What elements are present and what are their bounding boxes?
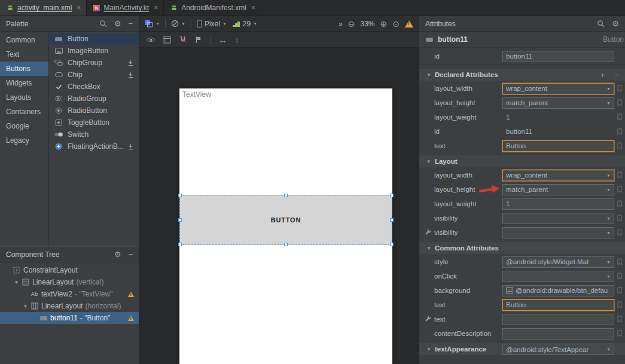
chevron-down-icon[interactable]: ▼ bbox=[22, 304, 29, 309]
palette-item-radiobutton[interactable]: RadioButton bbox=[49, 105, 139, 117]
zoom-to-fit-button[interactable]: ⊙ bbox=[392, 20, 400, 28]
bookmark-icon[interactable] bbox=[617, 301, 622, 308]
palette-item-switch[interactable]: Switch bbox=[49, 129, 139, 140]
attr-value-field[interactable]: Button bbox=[502, 299, 614, 311]
toolbar-overflow[interactable]: » bbox=[339, 20, 343, 28]
palette-category-common[interactable]: Common bbox=[0, 33, 48, 47]
attr-value-field[interactable]: @android:style/TextAppear▼ bbox=[502, 344, 614, 355]
tree-item-linearlayout[interactable]: ▼LinearLayout(vertical) bbox=[0, 276, 139, 288]
zoom-in-button[interactable]: ⊕ bbox=[380, 20, 388, 28]
chevron-down-icon[interactable]: ▼ bbox=[606, 216, 611, 221]
close-icon[interactable]: × bbox=[154, 4, 158, 12]
attr-value-field[interactable]: match_parent▼ bbox=[502, 97, 614, 109]
minimize-icon[interactable]: − bbox=[128, 20, 133, 27]
palette-item-chip[interactable]: Chip bbox=[49, 69, 139, 81]
zoom-level[interactable]: 33% bbox=[361, 20, 375, 28]
palette-category-containers[interactable]: Containers bbox=[0, 105, 48, 119]
attr-value-field[interactable]: wrap_content▼ bbox=[502, 170, 614, 181]
palette-category-widgets[interactable]: Widgets bbox=[0, 76, 48, 90]
palette-item-togglebutton[interactable]: ToggleButton bbox=[49, 117, 139, 129]
zoom-out-button[interactable]: ⊖ bbox=[348, 20, 355, 28]
palette-item-checkbox[interactable]: CheckBox bbox=[49, 81, 139, 93]
bookmark-icon[interactable] bbox=[617, 215, 622, 222]
bookmark-icon[interactable] bbox=[617, 128, 622, 135]
sheet-icon[interactable] bbox=[163, 36, 171, 44]
palette-item-chipgroup[interactable]: ChipGroup bbox=[49, 57, 139, 69]
bookmark-icon[interactable] bbox=[617, 114, 622, 121]
palette-item-floatingactionb[interactable]: FloatingActionB... bbox=[49, 140, 139, 152]
attr-value-field[interactable]: ▼ bbox=[502, 213, 614, 224]
device-selector[interactable]: Pixel▼ bbox=[197, 20, 227, 28]
design-canvas[interactable]: TextView BUTTON bbox=[179, 88, 392, 364]
gear-icon[interactable]: ⚙ bbox=[612, 20, 619, 27]
chevron-down-icon[interactable]: ▼ bbox=[606, 347, 611, 351]
attr-value-field[interactable]: @android:style/Widget.Mat▼ bbox=[502, 256, 614, 268]
h-arrows-icon[interactable]: ↔ bbox=[218, 35, 227, 44]
palette-item-radiogroup[interactable]: RadioGroup bbox=[49, 93, 139, 105]
bookmark-icon[interactable] bbox=[617, 258, 622, 265]
section-header-layout[interactable]: ▼Layout bbox=[419, 155, 625, 167]
chevron-down-icon[interactable]: ▼ bbox=[606, 231, 611, 235]
minimize-icon[interactable]: − bbox=[128, 250, 133, 258]
palette-item-imagebutton[interactable]: ImageButton bbox=[49, 45, 139, 57]
chevron-down-icon[interactable]: ▼ bbox=[606, 173, 611, 178]
close-icon[interactable]: × bbox=[251, 4, 255, 12]
palette-category-legacy[interactable]: Legacy bbox=[0, 133, 48, 148]
magnet-off-icon[interactable] bbox=[179, 35, 187, 44]
attr-value-field[interactable]: Button bbox=[502, 140, 614, 152]
bookmark-icon[interactable] bbox=[617, 330, 622, 337]
attr-value-field[interactable]: ▼ bbox=[502, 227, 614, 238]
bookmark-icon[interactable] bbox=[617, 273, 622, 280]
bookmark-icon[interactable] bbox=[617, 200, 622, 207]
bookmark-icon[interactable] bbox=[617, 229, 622, 236]
chevron-down-icon[interactable]: ▼ bbox=[606, 87, 611, 91]
close-icon[interactable]: × bbox=[77, 4, 81, 12]
tree-item-textview2[interactable]: AbtextView2- "TextView" bbox=[0, 288, 139, 300]
chevron-down-icon[interactable]: ▼ bbox=[606, 274, 611, 279]
warnings-button[interactable] bbox=[405, 20, 413, 27]
attr-value-field[interactable] bbox=[502, 328, 614, 339]
add-attribute-button[interactable]: + bbox=[600, 71, 605, 79]
search-icon[interactable] bbox=[99, 20, 107, 27]
v-distribute-icon[interactable]: ↕ bbox=[235, 36, 239, 44]
gear-icon[interactable]: ⚙ bbox=[114, 20, 121, 27]
bookmark-icon[interactable] bbox=[617, 186, 622, 193]
chevron-down-icon[interactable]: ▼ bbox=[606, 101, 611, 105]
attr-value-field[interactable]: button11 bbox=[502, 126, 614, 137]
chevron-down-icon[interactable]: ▼ bbox=[606, 188, 611, 192]
orientation-selector[interactable]: ▼ bbox=[171, 20, 185, 27]
section-header-textappearance[interactable]: ▼textAppearance@android:style/TextAppear… bbox=[419, 343, 625, 355]
design-surface-selector[interactable]: ▼ bbox=[145, 20, 160, 27]
bookmark-icon[interactable] bbox=[617, 99, 622, 106]
attr-value-field[interactable]: 1 bbox=[502, 198, 614, 210]
canvas-textview-widget[interactable]: TextView bbox=[182, 90, 211, 99]
tree-item-constraintlayout[interactable]: ConstraintLayout bbox=[0, 264, 139, 276]
download-icon[interactable] bbox=[127, 60, 134, 66]
chevron-down-icon[interactable]: ▼ bbox=[13, 280, 20, 285]
attr-value-field[interactable]: match_parent▼ bbox=[502, 184, 614, 195]
tree-item-button11[interactable]: button11- "Button" bbox=[0, 312, 139, 324]
search-icon[interactable] bbox=[597, 20, 605, 27]
bookmark-icon[interactable] bbox=[617, 85, 622, 92]
id-input[interactable]: button11 bbox=[502, 51, 614, 62]
eye-icon[interactable] bbox=[147, 36, 156, 43]
api-level-selector[interactable]: 29▼ bbox=[232, 20, 257, 28]
attr-value-field[interactable]: wrap_content▼ bbox=[502, 83, 614, 94]
tab-androidmanifest-xml[interactable]: AndroidManifest.xml× bbox=[164, 0, 261, 16]
bookmark-icon[interactable] bbox=[617, 172, 622, 179]
attr-value-field[interactable] bbox=[502, 314, 614, 325]
tab-activity-main-xml[interactable]: activity_main.xml× bbox=[0, 0, 87, 16]
bookmark-icon[interactable] bbox=[617, 316, 622, 323]
canvas-button-widget[interactable]: BUTTON bbox=[179, 195, 392, 245]
tree-item-linearlayout[interactable]: ▼LinearLayout(horizontal) bbox=[0, 300, 139, 312]
palette-category-buttons[interactable]: Buttons bbox=[0, 62, 48, 76]
flag-icon[interactable] bbox=[195, 36, 202, 44]
bookmark-icon[interactable] bbox=[617, 287, 622, 294]
palette-category-text[interactable]: Text bbox=[0, 47, 48, 62]
gear-icon[interactable]: ⚙ bbox=[114, 250, 121, 258]
palette-item-button[interactable]: Button bbox=[49, 33, 139, 45]
download-icon[interactable] bbox=[127, 143, 134, 150]
remove-attribute-button[interactable]: − bbox=[614, 71, 619, 79]
bookmark-icon[interactable] bbox=[617, 142, 622, 149]
attr-value-field[interactable]: ▼ bbox=[502, 271, 614, 282]
